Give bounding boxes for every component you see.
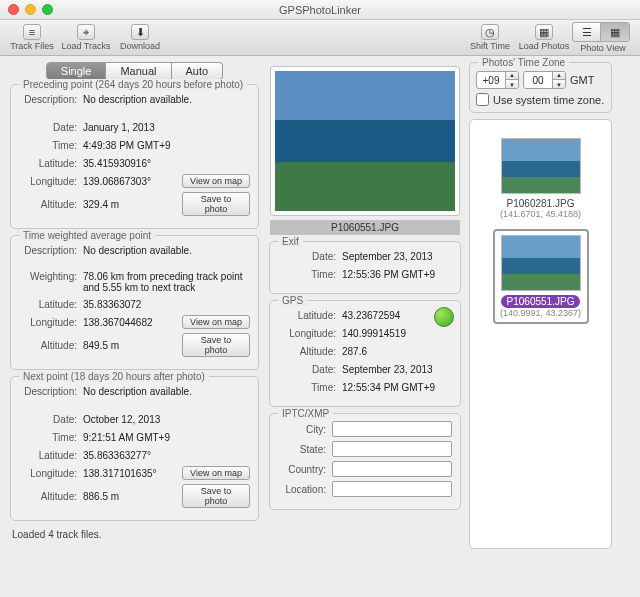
tab-auto[interactable]: Auto <box>172 62 224 80</box>
gps-icon: ⌖ <box>77 24 95 40</box>
globe-icon[interactable] <box>434 307 454 327</box>
load-tracks-button[interactable]: ⌖Load Tracks <box>60 22 112 54</box>
photo-icon: ▦ <box>535 24 553 40</box>
gps-group: GPS Latitude:43.23672594 Longitude:140.9… <box>269 300 461 407</box>
tz-mins-stepper[interactable]: ▲▼ <box>523 71 566 89</box>
photo-image <box>275 71 455 211</box>
thumbnail-item-selected[interactable]: P1060551.JPG (140.9991, 43.2367) <box>493 229 589 324</box>
view-list-icon[interactable]: ☰ <box>573 23 601 41</box>
tz-hours-stepper[interactable]: ▲▼ <box>476 71 519 89</box>
next-save-button[interactable]: Save to photo <box>182 484 250 508</box>
load-photos-button[interactable]: ▦Load Photos <box>518 22 570 54</box>
chevron-down-icon[interactable]: ▼ <box>506 80 518 89</box>
track-files-button[interactable]: ≡Track Files <box>6 22 58 54</box>
titlebar: GPSPhotoLinker <box>0 0 640 20</box>
iptc-group: IPTC/XMP City: State: Country: Location: <box>269 413 461 510</box>
photo-filename: P1060551.JPG <box>270 220 460 235</box>
thumbnail-list[interactable]: P1060281.JPG (141.6701, 45.4188) P106055… <box>469 119 612 549</box>
view-grid-icon[interactable]: ▦ <box>601 23 629 41</box>
preceding-point-group: Preceding point (264 days 20 hours befor… <box>10 84 259 229</box>
thumbnail-image <box>501 235 581 291</box>
chevron-down-icon[interactable]: ▼ <box>553 80 565 89</box>
country-input[interactable] <box>332 461 452 477</box>
clock-icon: ◷ <box>481 24 499 40</box>
photo-preview[interactable] <box>270 66 460 216</box>
track-files-icon: ≡ <box>23 24 41 40</box>
tab-single[interactable]: Single <box>46 62 107 80</box>
shift-time-button[interactable]: ◷Shift Time <box>464 22 516 54</box>
state-input[interactable] <box>332 441 452 457</box>
mode-tabs: Single Manual Auto <box>10 62 259 80</box>
window-title: GPSPhotoLinker <box>0 4 640 16</box>
weighted-point-group: Time weighted average point Description:… <box>10 235 259 370</box>
thumbnail-image <box>501 138 581 194</box>
thumbnail-item[interactable]: P1060281.JPG (141.6701, 45.4188) <box>470 120 611 219</box>
tab-manual[interactable]: Manual <box>106 62 171 80</box>
download-icon: ⬇ <box>131 24 149 40</box>
preceding-view-map-button[interactable]: View on map <box>182 174 250 188</box>
chevron-up-icon[interactable]: ▲ <box>553 71 565 80</box>
toolbar: ≡Track Files ⌖Load Tracks ⬇Download ◷Shi… <box>0 20 640 56</box>
exif-group: Exif Date:September 23, 2013 Time:12:55:… <box>269 241 461 294</box>
use-system-tz-checkbox[interactable]: Use system time zone. <box>476 93 605 106</box>
chevron-up-icon[interactable]: ▲ <box>506 71 518 80</box>
next-point-group: Next point (18 days 20 hours after photo… <box>10 376 259 521</box>
weighted-save-button[interactable]: Save to photo <box>182 333 250 357</box>
photo-view-segmented[interactable]: ☰▦ <box>572 22 630 42</box>
preceding-save-button[interactable]: Save to photo <box>182 192 250 216</box>
thumbnail-name-selected: P1060551.JPG <box>501 295 581 308</box>
city-input[interactable] <box>332 421 452 437</box>
timezone-group: Photos' Time Zone ▲▼ ▲▼ GMT Use system t… <box>469 62 612 113</box>
download-button[interactable]: ⬇Download <box>114 22 166 54</box>
next-view-map-button[interactable]: View on map <box>182 466 250 480</box>
location-input[interactable] <box>332 481 452 497</box>
loaded-status: Loaded 4 track files. <box>10 527 259 540</box>
weighted-view-map-button[interactable]: View on map <box>182 315 250 329</box>
